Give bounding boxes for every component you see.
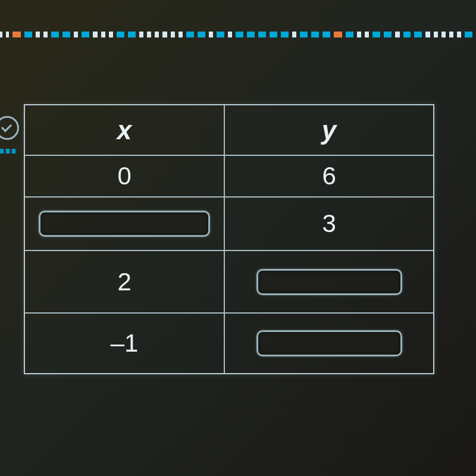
input-y-2[interactable] — [256, 269, 402, 295]
cell-y-0: 6 — [225, 156, 433, 196]
checkmark-circle-icon — [0, 116, 19, 140]
table-row: 3 — [25, 198, 433, 251]
cell-x-1 — [25, 198, 225, 250]
table-row: 2 — [25, 251, 433, 314]
table-header-row: x y — [25, 105, 433, 156]
cell-x-0: 0 — [25, 156, 225, 196]
input-x-1[interactable] — [39, 211, 209, 237]
header-x: x — [25, 105, 225, 155]
table-row: –1 — [25, 314, 433, 373]
progress-stub — [0, 149, 17, 154]
cell-x-3: –1 — [25, 314, 225, 373]
cell-x-2: 2 — [25, 251, 225, 312]
input-y-3[interactable] — [256, 330, 402, 356]
xy-table: x y 0 6 3 2 –1 — [24, 104, 434, 374]
table-row: 0 6 — [25, 156, 433, 198]
progress-bar-decoration — [0, 31, 476, 38]
cell-y-3 — [225, 314, 433, 373]
cell-y-2 — [225, 251, 433, 312]
cell-y-1: 3 — [225, 198, 433, 250]
header-y: y — [225, 105, 433, 155]
